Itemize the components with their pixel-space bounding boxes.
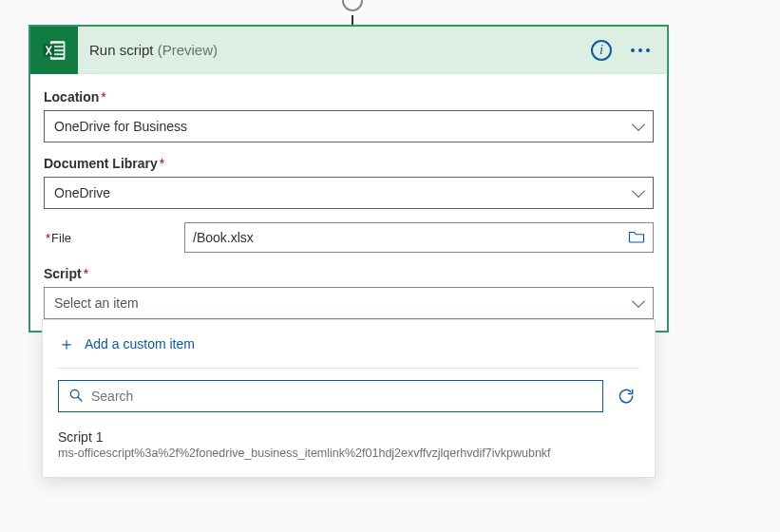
dropdown-item[interactable]: Script 1 ms-officescript%3a%2f%2fonedriv…: [43, 412, 655, 464]
chevron-down-icon: [632, 118, 645, 131]
location-value: OneDrive for Business: [54, 119, 187, 134]
search-input-wrap[interactable]: [58, 380, 603, 412]
dropdown-item-title: Script 1: [58, 429, 639, 445]
info-icon[interactable]: i: [591, 40, 612, 61]
location-select[interactable]: OneDrive for Business: [44, 110, 654, 142]
add-custom-item-button[interactable]: ＋ Add a custom item: [43, 326, 655, 364]
chevron-down-icon: [632, 184, 645, 198]
card-header: Run script (Preview) i: [30, 27, 667, 74]
search-input[interactable]: [91, 389, 593, 404]
more-menu-button[interactable]: [631, 48, 650, 52]
card-title-suffix: (Preview): [158, 42, 218, 58]
file-value: /Book.xlsx: [193, 230, 254, 245]
doclib-label: Document Library*: [44, 156, 654, 171]
script-dropdown-popover: ＋ Add a custom item: [42, 319, 656, 478]
file-input[interactable]: /Book.xlsx: [184, 222, 654, 253]
file-label: *File: [44, 231, 177, 245]
location-label: Location*: [44, 89, 654, 104]
add-custom-label: Add a custom item: [85, 336, 195, 352]
chevron-down-icon: [632, 294, 645, 308]
search-icon: [68, 388, 84, 406]
doclib-value: OneDrive: [54, 185, 110, 200]
doclib-select[interactable]: OneDrive: [44, 177, 654, 209]
script-select[interactable]: Select an item: [44, 287, 654, 319]
plus-icon: ＋: [58, 335, 75, 352]
divider: [58, 368, 639, 369]
plus-node-icon[interactable]: [342, 0, 363, 11]
card-title-main: Run script: [89, 42, 154, 58]
script-placeholder: Select an item: [54, 295, 139, 311]
folder-picker-icon[interactable]: [622, 230, 645, 246]
refresh-button[interactable]: [613, 383, 639, 409]
card-title: Run script (Preview): [78, 42, 591, 58]
excel-icon: [30, 27, 78, 74]
svg-line-8: [78, 397, 82, 401]
script-label: Script*: [44, 266, 654, 281]
action-card-run-script: Run script (Preview) i Location* OneDriv…: [29, 25, 669, 332]
dropdown-item-subtitle: ms-officescript%3a%2f%2fonedrive_busines…: [58, 446, 639, 460]
